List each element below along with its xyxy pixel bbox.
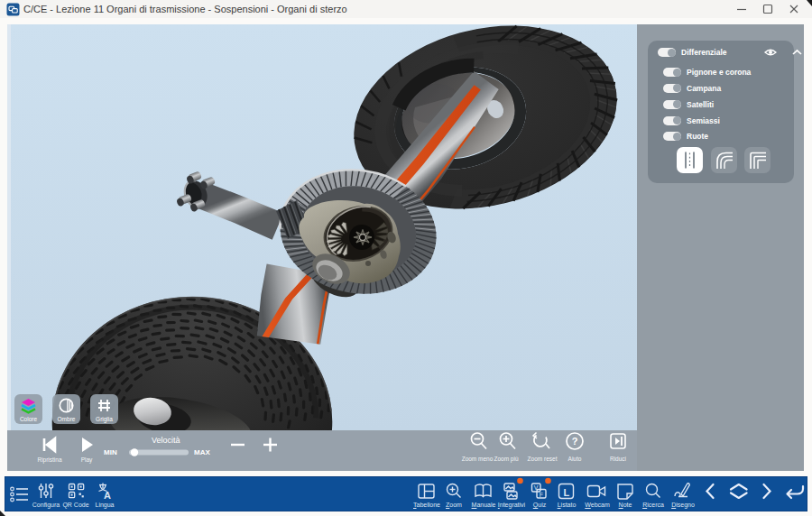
svg-text:A: A	[104, 490, 111, 501]
svg-text:L: L	[563, 487, 569, 498]
svg-text:?: ?	[572, 436, 578, 447]
svg-text:F: F	[540, 492, 543, 498]
svg-text:V: V	[534, 484, 539, 491]
